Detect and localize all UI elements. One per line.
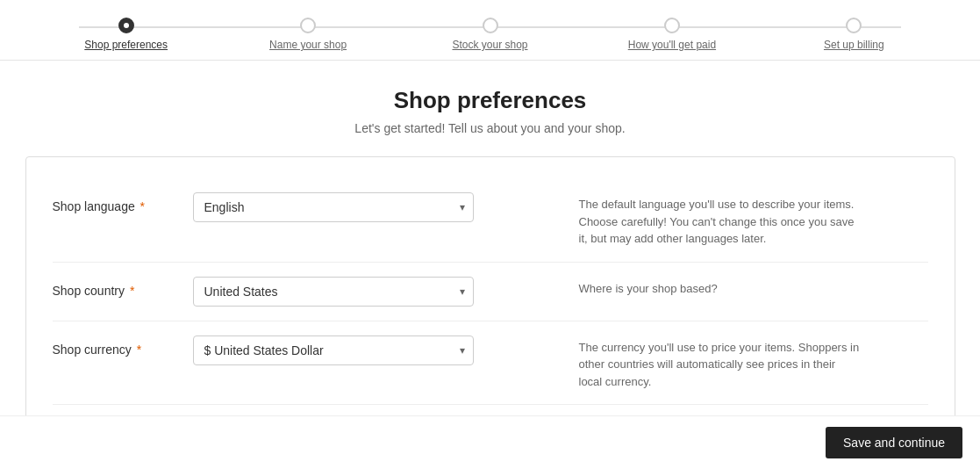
shop-language-input-wrapper: English French Spanish German Italian ▾ [193,192,474,222]
form-row-shop-language: Shop language * English French Spanish G… [53,178,928,263]
shop-country-info: Where is your shop based? [579,277,860,298]
step-label-name-your-shop[interactable]: Name your shop [269,39,347,51]
step-circle-shop-preferences [118,18,134,33]
form-row-shop-currency: Shop currency * $ United States Dollar £… [53,321,928,406]
shop-country-select[interactable]: United States United Kingdom Canada Aust… [193,277,474,307]
step-label-how-youll-get-paid[interactable]: How you'll get paid [628,39,716,51]
bottom-bar: Save and continue [0,415,980,469]
shop-language-select[interactable]: English French Spanish German Italian [193,192,474,222]
progress-stepper: Shop preferences Name your shop Stock yo… [0,0,980,60]
step-label-set-up-billing[interactable]: Set up billing [824,39,884,51]
shop-country-select-wrapper: United States United Kingdom Canada Aust… [193,277,474,307]
step-set-up-billing[interactable]: Set up billing [763,18,945,51]
step-name-your-shop[interactable]: Name your shop [217,18,398,51]
page-title: Shop preferences [18,87,962,114]
shop-country-input-wrapper: United States United Kingdom Canada Aust… [193,277,474,307]
required-marker: * [140,199,145,213]
main-content: Shop preferences Let's get started! Tell… [0,61,980,469]
form-row-shop-country: Shop country * United States United King… [53,263,928,321]
required-marker: * [137,343,141,357]
shop-currency-input-wrapper: $ United States Dollar £ British Pound €… [193,336,474,365]
shop-currency-select-wrapper: $ United States Dollar £ British Pound €… [193,336,474,365]
step-circle-set-up-billing [846,18,862,33]
step-circle-name-your-shop [300,18,316,33]
step-circle-how-youll-get-paid [664,18,680,33]
step-stock-your-shop[interactable]: Stock your shop [399,18,581,51]
step-label-shop-preferences[interactable]: Shop preferences [84,39,168,51]
save-and-continue-button[interactable]: Save and continue [826,427,962,458]
shop-currency-select[interactable]: $ United States Dollar £ British Pound €… [193,336,474,365]
page-subtitle: Let's get started! Tell us about you and… [18,121,962,135]
step-how-youll-get-paid[interactable]: How you'll get paid [581,18,762,51]
shop-country-label: Shop country * [53,277,193,298]
step-shop-preferences[interactable]: Shop preferences [35,18,217,51]
shop-language-label: Shop language * [53,192,193,213]
step-circle-stock-your-shop [483,18,498,33]
required-marker: * [130,284,134,298]
step-label-stock-your-shop[interactable]: Stock your shop [452,39,527,51]
shop-currency-label: Shop currency * [53,336,193,357]
shop-language-select-wrapper: English French Spanish German Italian ▾ [193,192,474,222]
shop-language-info: The default language you'll use to descr… [579,192,860,248]
shop-currency-info: The currency you'll use to price your it… [579,336,860,391]
